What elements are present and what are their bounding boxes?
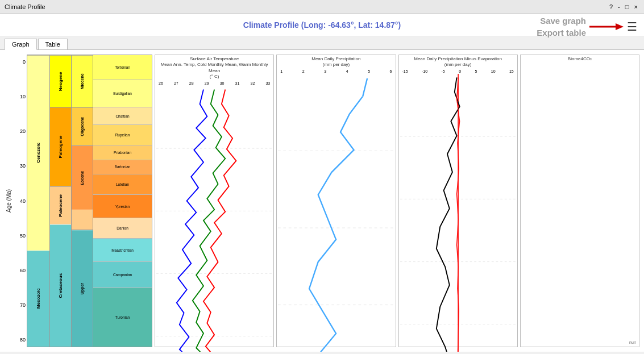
save-graph-label: Save graph xyxy=(537,15,586,27)
chart-title-precip-evap: Mean Daily Precipitation Minus Evaporati… xyxy=(400,56,516,68)
strat-columns: Cenozoic Mesozoic Neogene Paleogene Pale… xyxy=(27,55,152,347)
era-column: Neogene Paleogene Paleocene Cretaceous xyxy=(50,55,72,347)
stage-lutetian: Lutetian xyxy=(93,174,152,195)
page-title: Climate Profile (Long: -64.63°, Lat: 14.… xyxy=(243,20,401,30)
chart-title-biome: Biome4CO₂ xyxy=(522,56,638,62)
precip-svg xyxy=(278,74,394,352)
stage-ypresian: Ypresian xyxy=(93,195,152,218)
eon-mesozoic: Mesozoic xyxy=(27,251,49,347)
period-danian xyxy=(72,210,93,230)
window-title: Climate Profile xyxy=(5,3,45,10)
period-eocene: Eocene xyxy=(72,145,93,210)
biome-footer: null xyxy=(522,340,638,345)
eon-column: Cenozoic Mesozoic xyxy=(27,55,50,347)
red-arrow-icon xyxy=(589,20,624,34)
age-ticks: 0 10 20 30 40 50 60 70 80 xyxy=(13,55,27,347)
tab-table[interactable]: Table xyxy=(38,39,68,49)
svg-marker-1 xyxy=(616,23,624,30)
geological-timescale: Age (Ma) 0 10 20 30 40 50 60 70 80 Cenoz… xyxy=(5,55,152,347)
precip-x-ticks: 123456 xyxy=(278,69,394,73)
eon-cenozoic: Cenozoic xyxy=(27,55,49,251)
stage-turonian: Turonian xyxy=(93,288,152,347)
close-button[interactable]: × xyxy=(634,3,638,10)
stage-priabonian: Priabonian xyxy=(93,145,152,160)
save-export-labels: Save graph Export table xyxy=(537,15,586,39)
sat-chart-area: MAT CMM WMM xyxy=(156,86,272,352)
chart-surface-air-temp: Surface Air Temperature Mean Ann. Temp, … xyxy=(155,55,274,347)
era-cretaceous: Cretaceous xyxy=(50,224,71,347)
era-paleogene: Paleogene xyxy=(50,107,71,186)
stage-rupelian: Rupelian xyxy=(93,125,152,145)
evap-x-ticks: -15-10-5051015 xyxy=(400,69,516,73)
sat-x-ticks: 2627282930313233 xyxy=(156,81,272,85)
era-paleocene: Paleocene xyxy=(50,186,71,224)
maximize-button[interactable]: □ xyxy=(625,3,629,10)
hamburger-menu-button[interactable]: ☰ xyxy=(627,21,637,32)
chart-precip-evap: Mean Daily Precipitation Minus Evaporati… xyxy=(398,55,518,347)
help-button[interactable]: ? xyxy=(609,3,613,10)
minimize-button[interactable]: - xyxy=(618,3,620,10)
stage-campanian: Campanian xyxy=(93,262,152,288)
main-content: Age (Ma) 0 10 20 30 40 50 60 70 80 Cenoz… xyxy=(0,50,644,352)
sat-svg xyxy=(156,86,272,352)
period-column: Miocene Oligocene Eocene Upper xyxy=(72,55,93,347)
stage-danian: Danian xyxy=(93,218,152,239)
chart-precip: Mean Daily Precipitation (mm per day) 12… xyxy=(276,55,396,347)
stage-maastrichtian: Maastrichtian xyxy=(93,239,152,262)
stage-chattian: Chattian xyxy=(93,107,152,125)
period-miocene: Miocene xyxy=(72,55,93,107)
stage-column: Tortonian Burdigalian Chattian Rupelian … xyxy=(93,55,152,347)
stage-tortonian: Tortonian xyxy=(93,55,152,80)
evap-chart-area xyxy=(400,74,516,352)
era-neogene: Neogene xyxy=(50,55,71,107)
stage-burdigalian: Burdigalian xyxy=(93,80,152,108)
export-table-label: Export table xyxy=(537,27,586,39)
chart-title-sat: Surface Air Temperature Mean Ann. Temp, … xyxy=(156,56,272,80)
tab-graph[interactable]: Graph xyxy=(5,39,37,50)
title-bar: Climate Profile ? - □ × xyxy=(0,0,644,14)
period-upper: Upper xyxy=(72,230,93,347)
precip-chart-area xyxy=(278,74,394,352)
evap-svg xyxy=(400,74,516,352)
stage-bartonian: Bartonian xyxy=(93,160,152,175)
period-oligocene: Oligocene xyxy=(72,107,93,145)
chart-title-precip: Mean Daily Precipitation (mm per day) xyxy=(278,56,394,68)
chart-biome: Biome4CO₂ null xyxy=(520,55,639,347)
window-controls: ? - □ × xyxy=(608,3,639,10)
y-axis-label: Age (Ma) xyxy=(5,55,13,347)
biome-chart-area xyxy=(522,63,638,340)
